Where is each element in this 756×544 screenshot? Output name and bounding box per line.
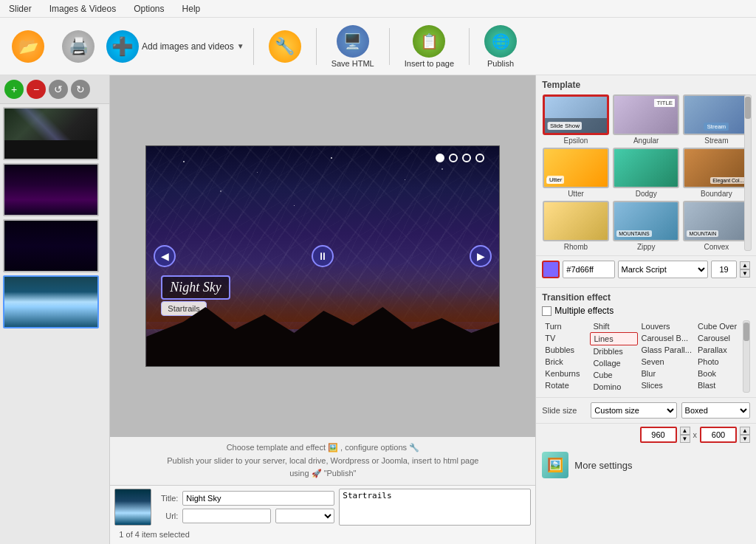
add-slide-button[interactable]: + <box>4 80 24 99</box>
effect-lines[interactable]: Lines <box>590 332 638 345</box>
template-angular[interactable]: TITLE Angular <box>613 94 680 145</box>
slide-title-text: Night Sky <box>170 280 221 295</box>
effect-dribbles[interactable]: Dribbles <box>590 345 638 357</box>
wrench-icon: 🔧 <box>269 30 301 63</box>
slide-thumb-3[interactable] <box>3 219 99 272</box>
effect-blast[interactable]: Blast <box>695 379 743 391</box>
redo-button[interactable]: ↻ <box>71 80 90 99</box>
url-target-select[interactable] <box>275 509 334 523</box>
undo-button[interactable]: ↺ <box>49 80 68 99</box>
save-html-button[interactable]: 🖥️ Save HTML <box>326 22 380 71</box>
insert-page-button[interactable]: 📋 Insert to page <box>399 22 460 71</box>
effects-col-2: Louvers Carousel B... Glass Parall... Se… <box>638 320 694 393</box>
angular-label: Angular <box>633 137 659 145</box>
effect-cube-over[interactable]: Cube Over <box>695 320 743 332</box>
font-size-down[interactable]: ▼ <box>740 269 750 278</box>
font-size-up[interactable]: ▲ <box>740 261 750 269</box>
effect-blur[interactable]: Blur <box>638 368 694 379</box>
effect-bubbles[interactable]: Bubbles <box>542 344 590 356</box>
template-dodgy[interactable]: Dodgy <box>613 148 680 198</box>
play-pause-button[interactable]: ⏸ <box>312 245 334 267</box>
effect-turn[interactable]: Turn <box>542 320 590 332</box>
add-images-button[interactable]: ➕ Add images and videos ▼ <box>106 30 244 63</box>
effect-carousel[interactable]: Carousel <box>695 332 743 344</box>
publish-button[interactable]: 🌐 Publish <box>478 22 523 71</box>
next-slide-button[interactable]: ▶ <box>470 245 492 267</box>
add-dropdown-arrow[interactable]: ▼ <box>237 42 244 50</box>
slide-list <box>0 104 109 544</box>
size-type-select[interactable]: Custom size 800x600 1024x768 <box>591 402 676 419</box>
hint-line3: using 🚀 "Publish" <box>114 467 531 481</box>
template-utter[interactable]: Utter Utter <box>542 148 609 198</box>
effect-collage[interactable]: Collage <box>590 357 638 369</box>
effect-book[interactable]: Book <box>695 368 743 379</box>
menu-slider[interactable]: Slider <box>6 2 35 16</box>
height-input[interactable] <box>700 427 737 443</box>
slide-thumb-1[interactable] <box>3 107 99 160</box>
template-rhomb[interactable]: Rhomb <box>542 201 609 251</box>
template-boundary[interactable]: Elegant Col... Boundary <box>683 148 750 198</box>
effect-kenburns[interactable]: Kenburns <box>542 368 590 379</box>
remove-slide-button[interactable]: − <box>27 80 46 99</box>
dot-2[interactable] <box>449 154 458 162</box>
width-down[interactable]: ▼ <box>680 435 690 443</box>
open-button[interactable]: 📂 <box>6 27 50 66</box>
template-zippy[interactable]: MOUNTAINS Zippy <box>613 201 680 251</box>
menu-options[interactable]: Options <box>131 2 167 16</box>
effect-seven[interactable]: Seven <box>638 356 694 368</box>
template-epsilon[interactable]: Slide Show Epsilon <box>542 94 609 145</box>
color-hex-input[interactable] <box>563 261 614 278</box>
more-settings-icon: 🖼️ <box>542 452 568 478</box>
effect-cube[interactable]: Cube <box>590 369 638 381</box>
menu-help[interactable]: Help <box>179 2 204 16</box>
multiple-effects-checkbox[interactable] <box>542 306 551 316</box>
toolbar: 📂 🖨️ ➕ Add images and videos ▼ 🔧 🖥️ Save… <box>0 18 756 75</box>
effect-parallax[interactable]: Parallax <box>695 344 743 356</box>
color-picker-button[interactable] <box>542 261 560 278</box>
zippy-label: Zippy <box>637 243 655 251</box>
title-input[interactable] <box>182 491 334 506</box>
print-button[interactable]: 🖨️ <box>56 27 100 66</box>
options-button[interactable]: 🔧 <box>263 27 307 66</box>
effect-photo[interactable]: Photo <box>695 356 743 368</box>
effect-tv[interactable]: TV <box>542 332 590 344</box>
effect-louvers[interactable]: Louvers <box>638 320 694 332</box>
effect-domino[interactable]: Domino <box>590 381 638 393</box>
font-size-input[interactable] <box>711 261 737 278</box>
dot-4[interactable] <box>475 154 484 162</box>
dot-1[interactable] <box>436 154 444 162</box>
add-icon: ➕ <box>106 30 139 63</box>
effects-scrollbar[interactable] <box>743 320 750 393</box>
effect-brick[interactable]: Brick <box>542 356 590 368</box>
menu-bar: Slider Images & Videos Options Help <box>0 0 756 18</box>
menu-images-videos[interactable]: Images & Videos <box>47 2 120 16</box>
multi-effects-row: Multiple effects <box>542 306 750 316</box>
slide-size-section: Slide size Custom size 800x600 1024x768 … <box>536 397 756 423</box>
slide-thumb-4[interactable] <box>3 275 99 328</box>
template-stream[interactable]: Stream Stream <box>683 94 750 145</box>
insert-icon: 📋 <box>413 25 445 58</box>
zippy-thumb: MOUNTAINS <box>613 201 679 241</box>
effect-slices[interactable]: Slices <box>638 379 694 391</box>
center-area: ◀ ⏸ ▶ Night Sky Startrails Choose templa… <box>110 75 535 544</box>
frame-type-select[interactable]: Boxed Full width <box>681 402 750 419</box>
width-up[interactable]: ▲ <box>680 427 690 435</box>
url-input[interactable] <box>182 509 271 523</box>
height-up[interactable]: ▲ <box>740 427 750 435</box>
width-input[interactable] <box>640 427 677 443</box>
status-text: 1 of 4 item selected <box>119 530 189 539</box>
effect-carousel-b[interactable]: Carousel B... <box>638 332 694 344</box>
template-scrollbar[interactable] <box>744 94 752 251</box>
dot-3[interactable] <box>462 154 471 162</box>
effect-glass-parall[interactable]: Glass Parall... <box>638 344 694 356</box>
font-family-select[interactable]: Marck Script <box>618 261 708 278</box>
effect-rotate[interactable]: Rotate <box>542 379 590 391</box>
more-settings-button[interactable]: 🖼️ More settings <box>536 446 756 484</box>
notes-textarea[interactable]: Startrails <box>339 489 531 526</box>
height-down[interactable]: ▼ <box>740 435 750 443</box>
prev-slide-button[interactable]: ◀ <box>154 245 176 267</box>
effect-shift[interactable]: Shift <box>590 320 638 332</box>
template-convex[interactable]: MOUNTAIN Convex <box>683 201 750 251</box>
dodgy-label: Dodgy <box>636 190 657 198</box>
slide-thumb-2[interactable] <box>3 163 99 216</box>
